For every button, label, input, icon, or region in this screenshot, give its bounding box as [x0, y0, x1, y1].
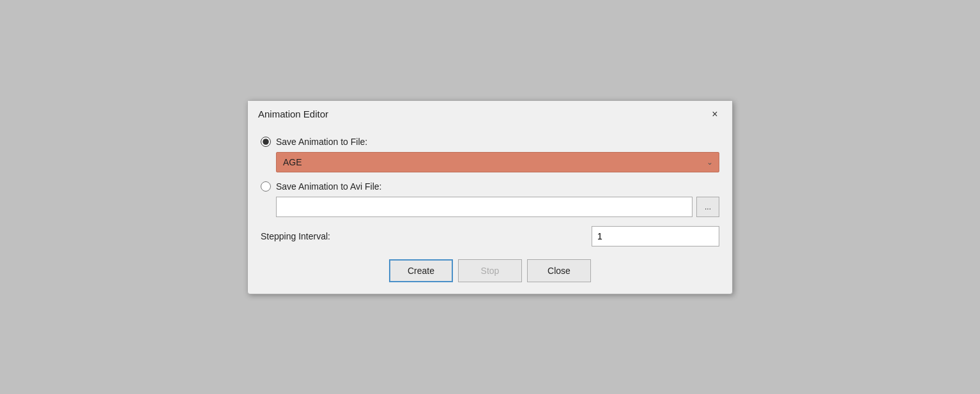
- stop-button[interactable]: Stop: [458, 259, 522, 282]
- save-to-file-section: Save Animation to File: AGE ⌄: [261, 137, 719, 172]
- animation-editor-dialog: Animation Editor × Save Animation to Fil…: [247, 100, 733, 294]
- title-bar: Animation Editor ×: [248, 101, 732, 128]
- save-to-file-radio[interactable]: [261, 137, 271, 147]
- close-dialog-button[interactable]: Close: [527, 259, 591, 282]
- stepping-interval-label: Stepping Interval:: [261, 231, 330, 241]
- avi-file-input[interactable]: [276, 197, 693, 217]
- dialog-body: Save Animation to File: AGE ⌄ Save Anima…: [248, 128, 732, 294]
- save-to-avi-label[interactable]: Save Animation to Avi File:: [276, 181, 382, 192]
- button-row: Create Stop Close: [261, 259, 719, 282]
- save-to-avi-row: Save Animation to Avi File:: [261, 181, 719, 192]
- file-dropdown[interactable]: AGE: [276, 152, 719, 172]
- stepping-interval-input[interactable]: [592, 226, 719, 246]
- save-to-file-label[interactable]: Save Animation to File:: [276, 137, 367, 147]
- save-to-avi-section: Save Animation to Avi File: ...: [261, 181, 719, 217]
- dialog-title: Animation Editor: [258, 109, 328, 119]
- avi-file-row: ...: [276, 197, 719, 217]
- save-to-avi-radio[interactable]: [261, 181, 271, 192]
- close-icon[interactable]: ×: [708, 107, 722, 121]
- browse-button[interactable]: ...: [696, 197, 719, 217]
- file-dropdown-wrapper: AGE ⌄: [276, 152, 719, 172]
- create-button[interactable]: Create: [389, 259, 453, 282]
- save-to-file-row: Save Animation to File:: [261, 137, 719, 147]
- stepping-interval-row: Stepping Interval:: [261, 226, 719, 246]
